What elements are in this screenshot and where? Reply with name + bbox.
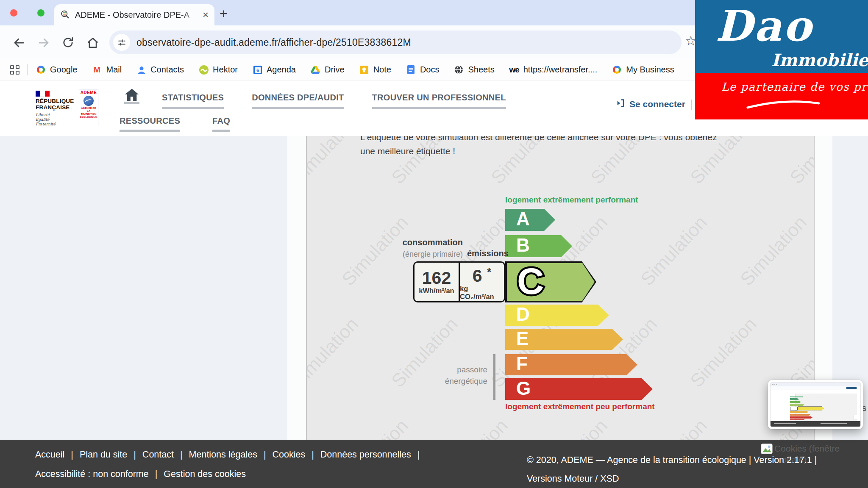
screen: { "browser": { "tab": { "title": "ADEME … xyxy=(0,0,868,488)
french-flag-icon xyxy=(36,91,50,97)
intro-text: L'étiquette de votre simulation est diff… xyxy=(360,136,784,158)
preview-dpe-chart xyxy=(790,396,823,420)
simulation-watermark: Simulation xyxy=(736,212,811,290)
nav-underline xyxy=(252,107,344,109)
site-settings-icon[interactable] xyxy=(113,34,130,51)
nav-label: RESSOURCES xyxy=(120,112,180,130)
preview-dpe-arrow-a xyxy=(790,398,799,400)
nav-underline xyxy=(120,130,180,132)
emissions-value-cell: 6 * kg CO₂/m²/an xyxy=(460,263,504,301)
bookmarks-list: GoogleMMailContactsHektor6AgendaDriveNot… xyxy=(36,65,689,75)
window-controls xyxy=(10,9,45,17)
google-icon xyxy=(612,65,622,75)
page-preview-thumbnail[interactable] xyxy=(768,380,863,429)
svg-text:C: C xyxy=(517,263,544,301)
nav-item-trouver-un-professionnel[interactable]: TROUVER UN PROFESSIONNEL xyxy=(360,88,518,109)
consumption-value-cell: 162 kWh/m²/an xyxy=(415,263,460,301)
footer-links: Accueil|Plan du site|Contact|Mentions lé… xyxy=(35,449,426,488)
bookmark-my-business[interactable]: My Business xyxy=(612,65,674,75)
emissions-label: émissions xyxy=(467,249,509,258)
footer-link-donnees-personnelles[interactable]: Données personnelles xyxy=(320,449,411,460)
bookmark-mail[interactable]: MMail xyxy=(92,65,122,75)
preview-dpe-row xyxy=(790,414,823,416)
close-window-button[interactable] xyxy=(10,9,17,17)
preview-dpe-arrow-f xyxy=(790,414,810,416)
address-bar[interactable]: observatoire-dpe-audit.ademe.fr/afficher… xyxy=(109,30,682,54)
bookmark-hektor[interactable]: Hektor xyxy=(199,65,238,75)
nav-item-donnees-dpe-audit[interactable]: DONNÉES DPE/AUDIT xyxy=(240,88,356,109)
footer-link-contact[interactable]: Contact xyxy=(142,449,174,460)
zoom-window-button[interactable] xyxy=(37,9,45,17)
footer-link-accueil[interactable]: Accueil xyxy=(35,449,64,460)
minimize-window-button[interactable] xyxy=(24,9,31,17)
back-icon[interactable] xyxy=(13,36,25,51)
bookmark-label: Google xyxy=(50,65,78,75)
contacts-icon xyxy=(136,65,146,75)
nav-underline xyxy=(212,130,230,132)
nav-label: DONNÉES DPE/AUDIT xyxy=(252,88,344,107)
preview-value-box xyxy=(790,407,798,410)
header-divider: | xyxy=(690,97,693,111)
preview-red-label xyxy=(790,419,804,420)
footer-separator: | xyxy=(180,449,183,460)
close-tab-icon[interactable]: × xyxy=(203,9,209,21)
simulation-watermark: Simulation xyxy=(537,415,612,440)
dao-swoosh-icon xyxy=(745,97,821,112)
footer-link-plan-du-site[interactable]: Plan du site xyxy=(80,449,127,460)
bookmark-agenda[interactable]: 6Agenda xyxy=(253,65,296,75)
dpe-class-letter: E xyxy=(516,328,529,349)
preview-toolbar xyxy=(771,386,860,390)
energy-sieve-label: passoire énergétique xyxy=(413,364,487,387)
nav-item-statistiques[interactable]: STATISTIQUES xyxy=(150,88,236,109)
footer-separator: | xyxy=(264,449,266,460)
bookmark-google[interactable]: Google xyxy=(36,65,78,75)
preview-page xyxy=(770,382,861,427)
dpe-arrow-g: G xyxy=(505,378,653,400)
footer-separator: | xyxy=(134,449,136,460)
bookmark-sheets[interactable]: Sheets xyxy=(454,65,494,75)
footer-link-cookies[interactable]: Cookies xyxy=(273,449,306,460)
nav-underline xyxy=(162,107,224,109)
dpe-arrow-f: F xyxy=(505,354,637,375)
bookmark-label: Sheets xyxy=(468,65,494,75)
bookmark-docs[interactable]: Docs xyxy=(406,65,440,75)
bookmark-https-wetransfer[interactable]: wehttps://wetransfer.... xyxy=(509,65,598,75)
login-button[interactable]: Se connecter xyxy=(615,98,685,110)
preview-dpe-arrow-g xyxy=(790,416,812,419)
dpe-arrow-c-current: C xyxy=(505,261,596,302)
preview-dpe-row xyxy=(790,404,823,406)
browser-tab[interactable]: ADEME - Observatoire DPE-A × xyxy=(54,4,214,25)
bookmark-note[interactable]: Note xyxy=(359,65,391,75)
dao-brand-logo: Dao xyxy=(715,1,813,51)
footer-link-accessibilite-non-conforme[interactable]: Accessibilité : non conforme xyxy=(35,469,149,480)
preview-dpe-row xyxy=(790,407,823,410)
login-label: Se connecter xyxy=(629,99,685,109)
consumption-label: consommation (énergie primaire) xyxy=(315,236,463,260)
apps-grid-icon[interactable] xyxy=(10,65,19,75)
dpe-class-letter: B xyxy=(516,235,530,256)
bookmark-drive[interactable]: Drive xyxy=(311,65,345,75)
preview-dpe-row xyxy=(790,411,823,413)
preview-dpe-row xyxy=(790,401,823,403)
footer-link-mentions-legales[interactable]: Mentions légales xyxy=(189,449,257,460)
nav-label: STATISTIQUES xyxy=(162,88,224,107)
bookmarks-divider xyxy=(27,64,28,75)
home-nav-icon xyxy=(124,88,139,102)
hektor-icon xyxy=(199,65,209,75)
home-icon[interactable] xyxy=(86,36,99,51)
nav-item-ressources[interactable]: RESSOURCES xyxy=(120,112,180,132)
preview-dpe-arrow-b xyxy=(790,401,801,403)
nav-item-faq[interactable]: FAQ xyxy=(212,112,230,132)
bookmark-contacts[interactable]: Contacts xyxy=(136,65,184,75)
simulation-watermark: Simulation xyxy=(437,415,512,440)
footer-link-gestion-des-cookies[interactable]: Gestion des cookies xyxy=(164,469,246,480)
simulation-watermark: Simulation xyxy=(337,415,412,440)
versions-link[interactable]: Versions Moteur / XSD xyxy=(527,469,817,488)
docs-icon xyxy=(406,65,416,75)
forward-icon[interactable] xyxy=(37,36,50,51)
nav-item-home[interactable] xyxy=(118,88,146,109)
dpe-arrow-d: D xyxy=(505,305,609,326)
reload-icon[interactable] xyxy=(62,36,74,50)
new-tab-button[interactable]: + xyxy=(220,6,228,22)
drive-icon xyxy=(311,65,320,75)
